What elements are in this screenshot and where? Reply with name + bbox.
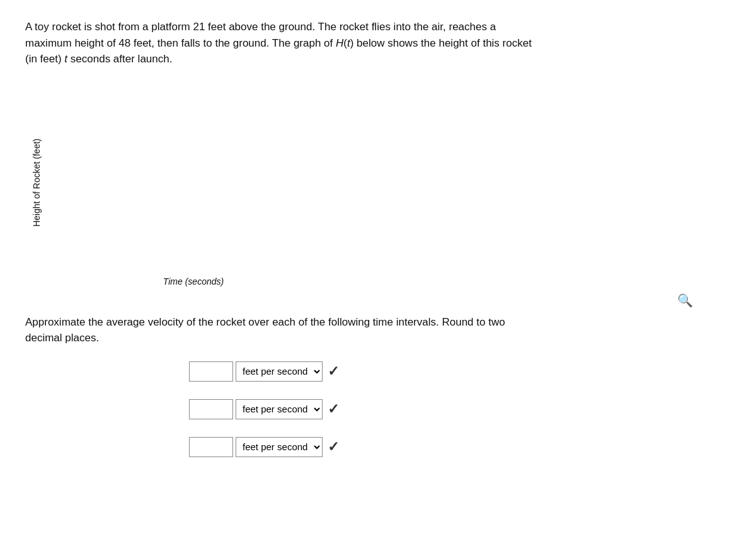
problem-statement: A toy rocket is shot from a platform 21 … — [25, 19, 731, 67]
chart-area: Time (seconds) — [45, 80, 341, 287]
check-icon-2[interactable]: ✓ — [328, 401, 339, 417]
velocity-row-2: feet per second ✓ — [25, 399, 731, 419]
velocity-row-3: feet per second ✓ — [25, 437, 731, 457]
check-icon-1[interactable]: ✓ — [328, 363, 339, 380]
velocity-row-1: feet per second ✓ — [25, 361, 731, 382]
check-icon-3[interactable]: ✓ — [328, 439, 339, 455]
velocity-input-3[interactable] — [189, 437, 233, 457]
velocity-input-2[interactable] — [189, 399, 233, 419]
unit-select-3[interactable]: feet per second — [236, 437, 323, 457]
chart-container: Height of Rocket (feet) Time (seconds) — [25, 80, 731, 287]
unit-select-1[interactable]: feet per second — [236, 361, 323, 382]
y-axis-label: Height of Rocket (feet) — [32, 139, 42, 227]
search-icon-container: 🔍 — [25, 293, 731, 308]
unit-select-2[interactable]: feet per second — [236, 399, 323, 419]
velocity-input-1[interactable] — [189, 361, 233, 382]
search-icon[interactable]: 🔍 — [677, 293, 693, 308]
x-axis-label: Time (seconds) — [45, 276, 341, 287]
problem-text: A toy rocket is shot from a platform 21 … — [25, 19, 731, 67]
rocket-chart-canvas — [45, 80, 341, 275]
approximate-text: Approximate the average velocity of the … — [25, 314, 731, 346]
